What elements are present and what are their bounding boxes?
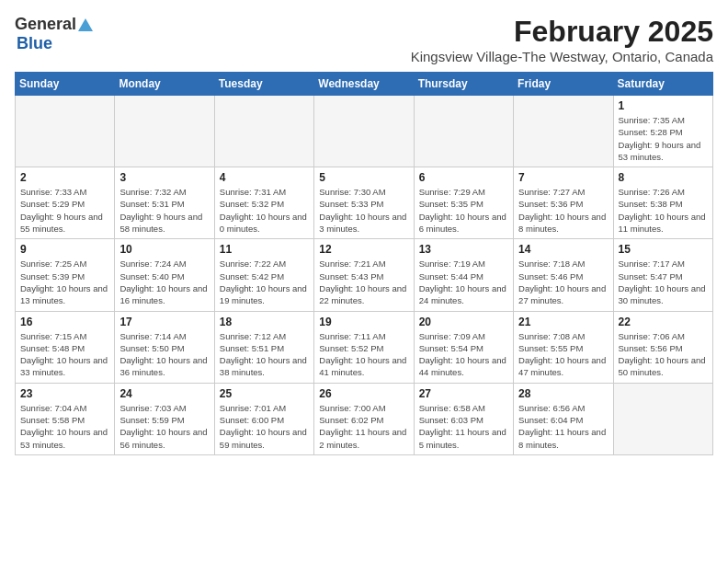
day-info: Sunrise: 6:58 AM Sunset: 6:03 PM Dayligh… xyxy=(419,402,508,451)
calendar-cell: 26Sunrise: 7:00 AM Sunset: 6:02 PM Dayli… xyxy=(314,383,414,454)
day-info: Sunrise: 7:12 AM Sunset: 5:51 PM Dayligh… xyxy=(220,330,309,379)
calendar-week-row: 1Sunrise: 7:35 AM Sunset: 5:28 PM Daylig… xyxy=(16,96,713,167)
col-header-friday: Friday xyxy=(514,73,613,96)
calendar-cell: 9Sunrise: 7:25 AM Sunset: 5:39 PM Daylig… xyxy=(16,239,115,311)
calendar-table: SundayMondayTuesdayWednesdayThursdayFrid… xyxy=(15,72,713,455)
calendar-cell xyxy=(214,96,313,167)
calendar-week-row: 9Sunrise: 7:25 AM Sunset: 5:39 PM Daylig… xyxy=(16,239,713,311)
day-number: 19 xyxy=(319,316,408,328)
logo-general-text: General xyxy=(15,15,76,34)
day-info: Sunrise: 7:15 AM Sunset: 5:48 PM Dayligh… xyxy=(20,330,109,379)
day-info: Sunrise: 7:14 AM Sunset: 5:50 PM Dayligh… xyxy=(119,330,209,379)
calendar-cell: 11Sunrise: 7:22 AM Sunset: 5:42 PM Dayli… xyxy=(214,239,313,311)
day-info: Sunrise: 7:19 AM Sunset: 5:44 PM Dayligh… xyxy=(419,258,508,306)
day-number: 18 xyxy=(220,316,309,328)
calendar-cell: 15Sunrise: 7:17 AM Sunset: 5:47 PM Dayli… xyxy=(613,239,712,311)
month-title: February 2025 xyxy=(411,15,713,49)
day-info: Sunrise: 7:11 AM Sunset: 5:52 PM Dayligh… xyxy=(319,330,408,379)
logo-blue-text: Blue xyxy=(17,34,52,53)
day-info: Sunrise: 7:24 AM Sunset: 5:40 PM Dayligh… xyxy=(119,258,209,306)
day-number: 26 xyxy=(319,387,408,400)
calendar-cell: 14Sunrise: 7:18 AM Sunset: 5:46 PM Dayli… xyxy=(514,239,613,311)
calendar-cell: 19Sunrise: 7:11 AM Sunset: 5:52 PM Dayli… xyxy=(314,311,414,383)
day-info: Sunrise: 7:25 AM Sunset: 5:39 PM Dayligh… xyxy=(20,258,109,306)
calendar-cell: 28Sunrise: 6:56 AM Sunset: 6:04 PM Dayli… xyxy=(514,383,613,454)
day-info: Sunrise: 7:04 AM Sunset: 5:58 PM Dayligh… xyxy=(20,402,109,451)
col-header-thursday: Thursday xyxy=(414,73,513,96)
calendar-cell: 8Sunrise: 7:26 AM Sunset: 5:38 PM Daylig… xyxy=(613,167,712,239)
day-number: 5 xyxy=(319,171,408,184)
day-number: 22 xyxy=(619,316,708,328)
day-number: 28 xyxy=(518,387,608,400)
calendar-cell: 24Sunrise: 7:03 AM Sunset: 5:59 PM Dayli… xyxy=(115,383,214,454)
day-info: Sunrise: 7:09 AM Sunset: 5:54 PM Dayligh… xyxy=(419,330,508,379)
calendar-cell: 18Sunrise: 7:12 AM Sunset: 5:51 PM Dayli… xyxy=(214,311,313,383)
day-number: 25 xyxy=(220,387,309,400)
calendar-cell: 10Sunrise: 7:24 AM Sunset: 5:40 PM Dayli… xyxy=(115,239,214,311)
calendar-cell xyxy=(115,96,214,167)
calendar-cell: 7Sunrise: 7:27 AM Sunset: 5:36 PM Daylig… xyxy=(514,167,613,239)
calendar-cell: 3Sunrise: 7:32 AM Sunset: 5:31 PM Daylig… xyxy=(115,167,214,239)
location-subtitle: Kingsview Village-The Westway, Ontario, … xyxy=(411,49,713,64)
calendar-header-row: SundayMondayTuesdayWednesdayThursdayFrid… xyxy=(16,73,713,96)
day-number: 11 xyxy=(220,243,309,256)
calendar-week-row: 23Sunrise: 7:04 AM Sunset: 5:58 PM Dayli… xyxy=(16,383,713,454)
calendar-week-row: 2Sunrise: 7:33 AM Sunset: 5:29 PM Daylig… xyxy=(16,167,713,239)
day-info: Sunrise: 7:21 AM Sunset: 5:43 PM Dayligh… xyxy=(319,258,408,306)
day-number: 23 xyxy=(20,387,109,400)
day-info: Sunrise: 7:33 AM Sunset: 5:29 PM Dayligh… xyxy=(20,186,109,235)
calendar-cell xyxy=(414,96,513,167)
day-number: 6 xyxy=(419,171,508,184)
col-header-wednesday: Wednesday xyxy=(314,73,414,96)
day-info: Sunrise: 7:27 AM Sunset: 5:36 PM Dayligh… xyxy=(518,186,608,235)
calendar-cell: 22Sunrise: 7:06 AM Sunset: 5:56 PM Dayli… xyxy=(613,311,712,383)
calendar-cell: 12Sunrise: 7:21 AM Sunset: 5:43 PM Dayli… xyxy=(314,239,414,311)
calendar-cell: 21Sunrise: 7:08 AM Sunset: 5:55 PM Dayli… xyxy=(514,311,613,383)
calendar-cell xyxy=(314,96,414,167)
day-info: Sunrise: 7:18 AM Sunset: 5:46 PM Dayligh… xyxy=(518,258,608,306)
day-number: 24 xyxy=(119,387,209,400)
day-number: 17 xyxy=(119,316,209,328)
calendar-cell xyxy=(613,383,712,454)
title-block: February 2025 Kingsview Village-The West… xyxy=(411,15,713,64)
day-info: Sunrise: 7:17 AM Sunset: 5:47 PM Dayligh… xyxy=(619,258,708,306)
day-number: 27 xyxy=(419,387,508,400)
calendar-cell: 17Sunrise: 7:14 AM Sunset: 5:50 PM Dayli… xyxy=(115,311,214,383)
day-info: Sunrise: 7:01 AM Sunset: 6:00 PM Dayligh… xyxy=(220,402,309,451)
calendar-cell: 4Sunrise: 7:31 AM Sunset: 5:32 PM Daylig… xyxy=(214,167,313,239)
logo: General Blue xyxy=(15,15,93,53)
day-number: 21 xyxy=(518,316,608,328)
day-info: Sunrise: 7:31 AM Sunset: 5:32 PM Dayligh… xyxy=(220,186,309,235)
day-number: 13 xyxy=(419,243,508,256)
day-info: Sunrise: 7:06 AM Sunset: 5:56 PM Dayligh… xyxy=(619,330,708,379)
calendar-week-row: 16Sunrise: 7:15 AM Sunset: 5:48 PM Dayli… xyxy=(16,311,713,383)
day-info: Sunrise: 7:29 AM Sunset: 5:35 PM Dayligh… xyxy=(419,186,508,235)
day-info: Sunrise: 7:00 AM Sunset: 6:02 PM Dayligh… xyxy=(319,402,408,451)
day-number: 15 xyxy=(619,243,708,256)
calendar-cell: 5Sunrise: 7:30 AM Sunset: 5:33 PM Daylig… xyxy=(314,167,414,239)
day-info: Sunrise: 7:03 AM Sunset: 5:59 PM Dayligh… xyxy=(119,402,209,451)
day-info: Sunrise: 6:56 AM Sunset: 6:04 PM Dayligh… xyxy=(518,402,608,451)
day-info: Sunrise: 7:26 AM Sunset: 5:38 PM Dayligh… xyxy=(619,186,708,235)
col-header-monday: Monday xyxy=(115,73,214,96)
logo-triangle-icon xyxy=(78,18,93,31)
day-number: 10 xyxy=(119,243,209,256)
calendar-cell: 27Sunrise: 6:58 AM Sunset: 6:03 PM Dayli… xyxy=(414,383,513,454)
calendar-cell: 20Sunrise: 7:09 AM Sunset: 5:54 PM Dayli… xyxy=(414,311,513,383)
day-info: Sunrise: 7:08 AM Sunset: 5:55 PM Dayligh… xyxy=(518,330,608,379)
calendar-cell: 6Sunrise: 7:29 AM Sunset: 5:35 PM Daylig… xyxy=(414,167,513,239)
day-number: 12 xyxy=(319,243,408,256)
day-number: 14 xyxy=(518,243,608,256)
day-info: Sunrise: 7:30 AM Sunset: 5:33 PM Dayligh… xyxy=(319,186,408,235)
day-info: Sunrise: 7:32 AM Sunset: 5:31 PM Dayligh… xyxy=(119,186,209,235)
day-info: Sunrise: 7:35 AM Sunset: 5:28 PM Dayligh… xyxy=(619,114,708,163)
day-number: 3 xyxy=(119,171,209,184)
col-header-tuesday: Tuesday xyxy=(214,73,313,96)
day-number: 1 xyxy=(619,99,708,112)
col-header-sunday: Sunday xyxy=(16,73,115,96)
calendar-cell xyxy=(514,96,613,167)
day-number: 9 xyxy=(20,243,109,256)
page-header: General Blue February 2025 Kingsview Vil… xyxy=(15,15,713,64)
day-number: 20 xyxy=(419,316,508,328)
day-number: 16 xyxy=(20,316,109,328)
